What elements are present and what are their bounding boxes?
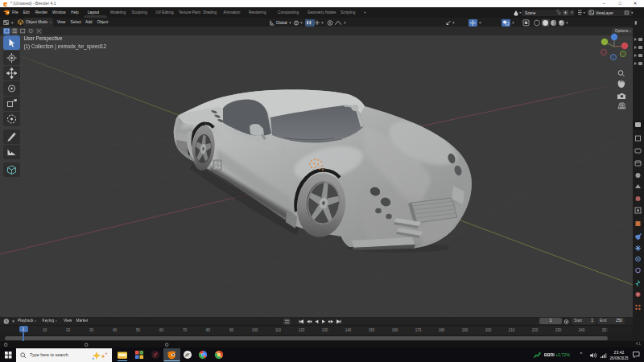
svg-text:User Perspective: User Perspective	[24, 35, 63, 42]
svg-text:▮: ▮	[634, 20, 637, 25]
svg-text:(1) Collection | exmodx_tvr_sp: (1) Collection | exmodx_tvr_speed12	[24, 43, 107, 50]
